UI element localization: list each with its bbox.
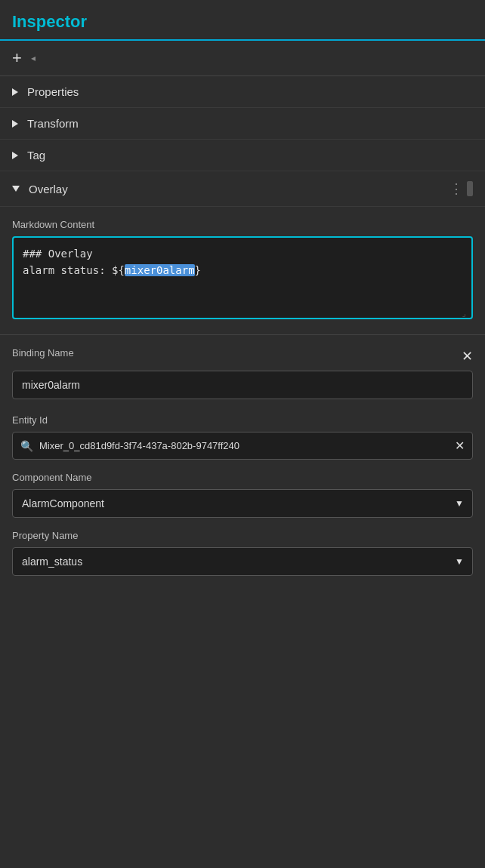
sidebar-item-transform[interactable]: Transform — [0, 108, 485, 140]
entity-id-label: Entity Id — [12, 414, 473, 426]
textarea-resize-handle[interactable]: ⌟ — [462, 308, 469, 315]
sidebar-item-tag[interactable]: Tag — [0, 140, 485, 171]
property-name-group: Property Name alarm_status ▼ — [12, 530, 473, 576]
binding-section: Binding Name ✕ Entity Id 🔍 Mixer_0_cd81d… — [0, 347, 485, 600]
tag-label: Tag — [27, 149, 45, 162]
entity-id-search-input[interactable]: 🔍 Mixer_0_cd81d9fd-3f74-437a-802b-9747ff… — [12, 432, 473, 460]
property-name-label: Property Name — [12, 530, 473, 541]
resize-handle — [467, 181, 473, 196]
markdown-line-2: alarm status: ${mixer0alarm} — [23, 262, 462, 279]
more-options-icon[interactable]: ⋮ — [449, 180, 464, 197]
binding-name-input[interactable] — [12, 371, 473, 399]
inspector-panel: Inspector — [0, 0, 485, 41]
toolbar: + ◂ — [0, 41, 485, 76]
chevron-right-icon — [12, 88, 18, 96]
chevron-right-icon — [12, 152, 18, 159]
highlighted-binding: mixer0alarm — [125, 264, 195, 276]
component-name-select[interactable]: AlarmComponent ▼ — [12, 489, 473, 518]
sidebar-item-overlay[interactable]: Overlay ⋮ — [0, 171, 485, 207]
markdown-content-label: Markdown Content — [12, 219, 473, 230]
markdown-line-1: ### Overlay — [23, 245, 462, 262]
component-name-label: Component Name — [12, 472, 473, 483]
entity-id-group: Entity Id 🔍 Mixer_0_cd81d9fd-3f74-437a-8… — [12, 414, 473, 460]
entity-id-value: Mixer_0_cd81d9fd-3f74-437a-802b-9747ff24… — [39, 440, 450, 451]
chevron-down-icon — [12, 186, 20, 192]
binding-name-header: Binding Name ✕ — [12, 347, 473, 365]
sidebar-item-properties[interactable]: Properties — [0, 76, 485, 108]
clear-entity-id-button[interactable]: ✕ — [455, 439, 465, 453]
component-name-group: Component Name AlarmComponent ▼ — [12, 472, 473, 518]
inspector-title: Inspector — [12, 12, 473, 39]
markdown-textarea[interactable]: ### Overlay alarm status: ${mixer0alarm}… — [12, 236, 473, 319]
binding-name-label: Binding Name — [12, 347, 74, 359]
transform-label: Transform — [27, 117, 79, 130]
property-name-dropdown[interactable]: alarm_status — [12, 547, 473, 576]
add-button[interactable]: + — [12, 50, 22, 66]
component-name-dropdown[interactable]: AlarmComponent — [12, 489, 473, 518]
close-binding-button[interactable]: ✕ — [462, 349, 473, 363]
collapse-chevron-icon: ◂ — [31, 53, 36, 63]
section-divider — [0, 334, 485, 335]
binding-name-group: Binding Name ✕ — [12, 347, 473, 411]
search-icon: 🔍 — [20, 440, 33, 452]
chevron-right-icon — [12, 120, 18, 128]
property-name-select[interactable]: alarm_status ▼ — [12, 547, 473, 576]
overlay-label: Overlay — [29, 183, 68, 195]
properties-label: Properties — [27, 85, 79, 98]
overlay-content-area: Markdown Content ### Overlay alarm statu… — [0, 207, 485, 319]
